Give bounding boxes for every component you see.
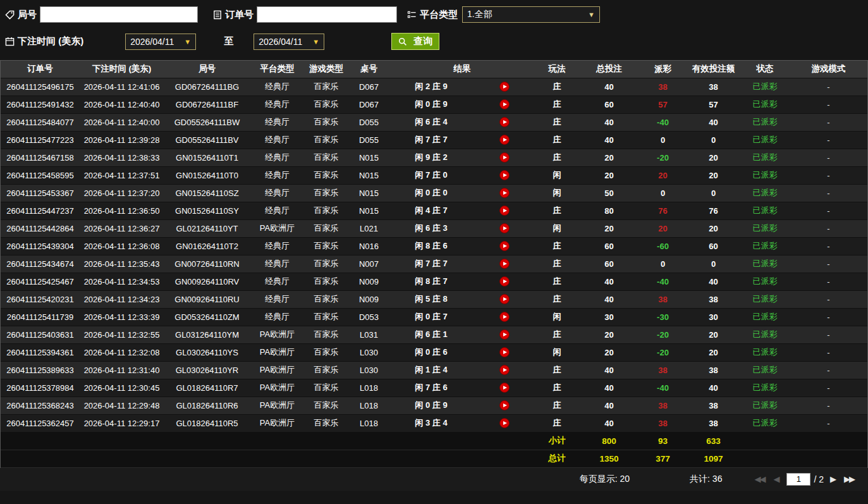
play-video-icon[interactable] [499, 241, 510, 251]
table-row: 2604111253943612026-04-11 12:32:08GL0302… [1, 343, 867, 361]
play-video-icon[interactable] [499, 259, 510, 269]
first-page-button[interactable]: ◀◀ [754, 474, 766, 484]
cell-payout: 0 [639, 255, 687, 273]
cell-order-no: 260411125403631 [1, 326, 80, 343]
cell-status: 已派彩 [740, 308, 790, 326]
prev-page-button[interactable]: ◀ [773, 474, 779, 484]
total-count-label: 共计: 36 [690, 474, 722, 485]
cell-table-no: N015 [348, 202, 389, 219]
cell-game-no: GD067264111BG [164, 78, 250, 95]
cell-platform-type: PA欧洲厅 [250, 326, 304, 343]
cell-total-bet: 40 [579, 290, 639, 308]
filter-bar: 局号 订单号 平台类型 1.全部 ▼ [0, 0, 868, 60]
play-video-icon[interactable] [499, 170, 510, 180]
play-video-icon[interactable] [499, 418, 510, 428]
cell-payout: 20 [639, 219, 687, 237]
cell-play-method: 庄 [535, 149, 579, 166]
table-row: 2604111254533672026-04-11 12:37:20GN0152… [1, 184, 867, 202]
cell-platform-type: 经典厅 [250, 184, 304, 202]
result-text: 闲 1 庄 4 [396, 364, 467, 376]
cell-game-no: GL030264110YS [164, 343, 250, 361]
cell-order-no: 260411125447237 [1, 202, 80, 219]
cell-game-type: 百家乐 [304, 131, 348, 149]
play-video-icon[interactable] [499, 152, 510, 163]
cell-platform-type: 经典厅 [250, 290, 304, 308]
cell-game-no: GL018264110R6 [164, 396, 250, 414]
cell-platform-type: 经典厅 [250, 202, 304, 219]
play-video-icon[interactable] [499, 329, 510, 340]
cell-status: 已派彩 [740, 149, 790, 166]
cell-valid-bet: 30 [687, 308, 740, 326]
total-count-value: 36 [712, 474, 723, 484]
table-row: 2604111254202312026-04-11 12:34:23GN0092… [1, 290, 867, 308]
result-text: 闲 6 庄 4 [396, 116, 467, 128]
cell-platform-type: 经典厅 [250, 308, 304, 326]
cell-game-mode: - [790, 343, 867, 361]
cell-bet-time: 2026-04-11 12:32:08 [80, 343, 164, 361]
table-header-row: 订单号下注时间 (美东)局号平台类型游戏类型桌号结果玩法总投注派彩有效投注额状态… [1, 61, 867, 78]
cell-total-bet: 40 [579, 379, 639, 396]
calendar-icon [5, 37, 15, 46]
subtotal-valid-bet: 633 [687, 432, 740, 450]
play-video-icon[interactable] [499, 294, 510, 304]
table-row: 2604111254346742026-04-11 12:35:43GN0072… [1, 255, 867, 273]
column-header: 平台类型 [250, 61, 304, 78]
cell-result: 闲 7 庄 7 [389, 131, 535, 149]
date-to-select[interactable]: 2026/04/11 ▼ [254, 34, 324, 50]
cell-result: 闲 4 庄 7 [389, 202, 535, 219]
query-button[interactable]: 查询 [391, 33, 439, 50]
cell-payout: 20 [639, 166, 687, 184]
cell-game-type: 百家乐 [304, 113, 348, 131]
play-video-icon[interactable] [499, 276, 510, 286]
cell-game-mode: - [790, 255, 867, 273]
date-from-select[interactable]: 2026/04/11 ▼ [125, 34, 196, 50]
cell-valid-bet: 20 [687, 219, 740, 237]
result-text: 闲 6 庄 3 [396, 223, 467, 234]
order-no-input[interactable] [257, 6, 397, 23]
cell-status: 已派彩 [740, 219, 790, 237]
last-page-button[interactable]: ▶▶ [844, 474, 855, 484]
play-video-icon[interactable] [499, 400, 510, 410]
total-spacer [1, 450, 535, 467]
cell-status: 已派彩 [740, 237, 790, 255]
result-text: 闲 2 庄 9 [396, 81, 467, 92]
cell-total-bet: 50 [579, 184, 639, 202]
table-row: 2604111254772232026-04-11 12:39:28GD0552… [1, 131, 867, 149]
play-video-icon[interactable] [499, 312, 510, 322]
cell-game-mode: - [790, 166, 867, 184]
cell-platform-type: 经典厅 [250, 95, 304, 113]
play-video-icon[interactable] [499, 188, 510, 198]
cell-game-mode: - [790, 326, 867, 343]
result-text: 闲 5 庄 8 [396, 293, 467, 305]
play-video-icon[interactable] [499, 206, 510, 216]
cell-status: 已派彩 [740, 326, 790, 343]
cell-game-type: 百家乐 [304, 361, 348, 379]
cell-payout: 76 [639, 202, 687, 219]
cell-platform-type: 经典厅 [250, 131, 304, 149]
game-no-input[interactable] [40, 6, 198, 23]
play-video-icon[interactable] [499, 347, 510, 357]
cell-valid-bet: 40 [687, 113, 740, 131]
play-video-icon[interactable] [499, 135, 510, 145]
play-video-icon[interactable] [499, 99, 510, 109]
play-video-icon[interactable] [499, 223, 510, 233]
play-video-icon[interactable] [499, 365, 510, 375]
column-header: 下注时间 (美东) [80, 61, 164, 78]
subtotal-row: 小计 800 93 633 [1, 432, 867, 450]
cell-payout: -20 [639, 343, 687, 361]
platform-type-select[interactable]: 1.全部 ▼ [462, 6, 600, 23]
play-video-icon[interactable] [499, 117, 510, 127]
column-header: 派彩 [639, 61, 687, 78]
cell-platform-type: 经典厅 [250, 273, 304, 290]
page-number-input[interactable] [786, 473, 810, 486]
cell-result: 闲 8 庄 7 [389, 273, 535, 290]
cell-play-method: 庄 [535, 396, 579, 414]
bet-time-filter: 下注时间 (美东) [5, 35, 83, 47]
result-text: 闲 0 庄 0 [396, 187, 467, 199]
play-video-icon[interactable] [499, 82, 510, 92]
cell-game-type: 百家乐 [304, 396, 348, 414]
cell-game-type: 百家乐 [304, 149, 348, 166]
next-page-button[interactable]: ▶ [830, 474, 836, 484]
chevron-down-icon: ▼ [588, 11, 595, 18]
play-video-icon[interactable] [499, 383, 510, 393]
